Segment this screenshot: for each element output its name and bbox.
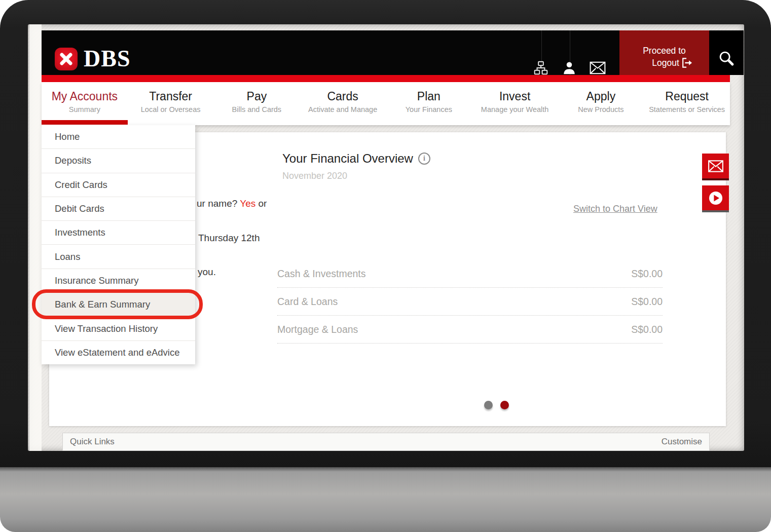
user-icon[interactable] bbox=[561, 59, 578, 77]
search-icon bbox=[718, 50, 735, 67]
active-tab-underline bbox=[42, 120, 128, 125]
sidebar-item-debit-cards[interactable]: Debit Cards bbox=[42, 197, 195, 220]
sidebar-item-loans[interactable]: Loans bbox=[42, 244, 195, 268]
switch-to-chart-view-link[interactable]: Switch to Chart View bbox=[573, 204, 657, 214]
logout-label-line1: Proceed to bbox=[643, 46, 686, 56]
nav-item-transfer[interactable]: Transfer Local or Overseas bbox=[128, 82, 214, 125]
page-left-margin bbox=[29, 24, 42, 451]
sidebar-item-view-estatement-eadvice[interactable]: View eStatement and eAdvice bbox=[42, 340, 195, 364]
carousel-dot-active[interactable] bbox=[500, 401, 509, 409]
proceed-to-logout-button[interactable]: Proceed to Logout bbox=[619, 30, 709, 75]
obscured-text-line: ur name? Yes or bbox=[197, 198, 267, 210]
screen: DBS bbox=[28, 24, 744, 451]
obscured-text-line: Thursday 12th bbox=[198, 232, 260, 244]
laptop-mockup: DBS bbox=[0, 0, 771, 532]
sidebar-item-home[interactable]: Home bbox=[42, 125, 195, 148]
yes-link[interactable]: Yes bbox=[240, 198, 255, 209]
sidebar-item-deposits[interactable]: Deposits bbox=[42, 148, 195, 172]
sitemap-icon[interactable] bbox=[532, 59, 549, 77]
brand-red-strip bbox=[42, 75, 730, 82]
nav-item-invest[interactable]: Invest Manage your Wealth bbox=[472, 82, 558, 125]
my-accounts-dropdown: Home Deposits Credit Cards Debit Cards I… bbox=[42, 125, 195, 364]
nav-item-pay[interactable]: Pay Bills and Cards bbox=[214, 82, 300, 125]
table-row: Cash & Investments S$0.00 bbox=[277, 260, 663, 288]
customise-link[interactable]: Customise bbox=[662, 437, 702, 447]
quick-links-label: Quick Links bbox=[70, 437, 115, 447]
video-play-button[interactable] bbox=[702, 185, 729, 212]
nav-item-cards[interactable]: Cards Activate and Manage bbox=[300, 82, 386, 125]
nav-item-apply[interactable]: Apply New Products bbox=[558, 82, 644, 125]
mail-icon[interactable] bbox=[589, 59, 606, 77]
laptop-base bbox=[0, 467, 771, 532]
logout-icon bbox=[681, 57, 693, 68]
dbs-logo-text: DBS bbox=[84, 47, 130, 70]
table-row: Mortgage & Loans S$0.00 bbox=[277, 316, 663, 344]
page-title: Your Financial Overview i bbox=[282, 151, 430, 166]
play-icon bbox=[707, 189, 724, 207]
search-button[interactable] bbox=[709, 30, 744, 75]
contact-mail-button[interactable] bbox=[702, 154, 729, 180]
main-nav: My Accounts Summary Transfer Local or Ov… bbox=[42, 82, 730, 125]
sidebar-item-view-transaction-history[interactable]: View Transaction History bbox=[42, 316, 195, 340]
topbar: DBS bbox=[42, 30, 730, 75]
dbs-logo[interactable]: DBS bbox=[55, 47, 130, 70]
sidebar-item-bank-earn-summary[interactable]: Bank & Earn Summary bbox=[42, 292, 195, 316]
sidebar-item-insurance-summary[interactable]: Insurance Summary bbox=[42, 269, 195, 292]
table-row: Card & Loans S$0.00 bbox=[277, 288, 663, 316]
nav-item-request[interactable]: Request Statements or Services bbox=[644, 82, 730, 125]
dbs-logo-icon bbox=[55, 48, 78, 70]
quick-links-bar: Quick Links Customise bbox=[62, 433, 710, 451]
carousel-dots bbox=[484, 401, 509, 409]
logout-label-line2: Logout bbox=[652, 58, 679, 68]
nav-item-plan[interactable]: Plan Your Finances bbox=[386, 82, 472, 125]
mail-icon bbox=[708, 160, 724, 173]
sidebar-item-investments[interactable]: Investments bbox=[42, 220, 195, 244]
obscured-text-line: you. bbox=[198, 266, 216, 278]
overview-table: Cash & Investments S$0.00 Card & Loans S… bbox=[277, 260, 663, 344]
carousel-dot[interactable] bbox=[484, 401, 493, 409]
sidebar-item-credit-cards[interactable]: Credit Cards bbox=[42, 173, 195, 197]
nav-item-my-accounts[interactable]: My Accounts Summary bbox=[42, 82, 128, 125]
info-icon[interactable]: i bbox=[418, 153, 430, 165]
period-label: November 2020 bbox=[282, 171, 347, 181]
